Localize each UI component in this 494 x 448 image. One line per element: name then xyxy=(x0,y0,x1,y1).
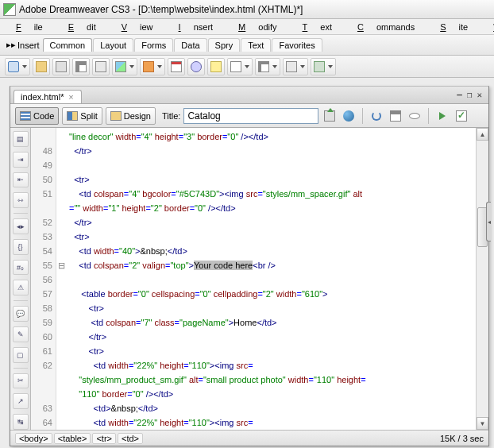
collapse-full-tag-button[interactable]: ⇥ xyxy=(13,152,29,168)
remove-comment-button[interactable]: ✎ xyxy=(13,326,29,342)
app-icon xyxy=(3,3,16,16)
separator xyxy=(362,108,363,124)
move-css-button[interactable]: ↗ xyxy=(13,393,29,409)
tag-crumb[interactable]: <body> xyxy=(15,433,52,444)
div-icon xyxy=(95,61,106,72)
check-icon xyxy=(456,110,467,122)
server-icon xyxy=(191,61,202,72)
insert-head-button[interactable] xyxy=(227,58,253,75)
separator xyxy=(14,368,28,369)
tag-crumb[interactable]: <table> xyxy=(54,433,91,444)
scroll-up-button[interactable]: ▲ xyxy=(477,128,488,141)
panel-flyout-handle[interactable]: ◂ xyxy=(486,202,491,241)
insert-templates-button[interactable] xyxy=(283,58,308,75)
insert-tab-spry[interactable]: Spry xyxy=(208,38,241,52)
status-size: 15K / 3 sec xyxy=(440,434,484,443)
preview-browser-button[interactable] xyxy=(341,108,357,124)
menu-window[interactable]: Window xyxy=(480,21,494,33)
document-tab-label: index.html* xyxy=(21,92,64,102)
code-view-icon xyxy=(20,111,31,121)
refresh-icon xyxy=(372,111,381,121)
menu-bar: File Edit View Insert Modify Text Comman… xyxy=(0,19,494,35)
expand-all-button[interactable]: ⇿ xyxy=(13,192,29,208)
tag-crumb[interactable]: <td> xyxy=(118,433,143,444)
title-bar: Adobe Dreamweaver CS3 - [D:\temp\website… xyxy=(0,0,494,19)
document-tab-bar: index.html* × – ❐ ✕ xyxy=(10,87,488,104)
line-numbers-button[interactable]: #₀ xyxy=(13,260,29,276)
play-icon xyxy=(439,112,446,120)
highlight-invalid-button[interactable]: ⚠ xyxy=(13,280,29,295)
insert-tab-text[interactable]: Text xyxy=(241,38,271,52)
line-number-gutter: 48495051 5253545556575859606162 6364 xyxy=(31,128,56,430)
insert-date-button[interactable] xyxy=(168,58,185,75)
insert-tab-favorites[interactable]: Favorites xyxy=(272,38,322,52)
menu-site[interactable]: Site xyxy=(427,21,480,33)
anchor-icon xyxy=(56,61,67,72)
insert-div-button[interactable] xyxy=(92,58,110,75)
collapse-selection-button[interactable]: ⇤ xyxy=(13,172,29,188)
tag-selector: <body><table><tr><td> xyxy=(15,434,145,443)
document-tab[interactable]: index.html* × xyxy=(14,90,82,103)
tag-crumb[interactable]: <tr> xyxy=(92,433,116,444)
menu-file[interactable]: File xyxy=(3,21,56,33)
code-toolbar: ▤ ⇥ ⇤ ⇿ ◂▸ {} #₀ ⚠ 💬 ✎ ▢ ✂ ↗ ↹ xyxy=(10,128,31,430)
insert-tab-data[interactable]: Data xyxy=(174,38,206,52)
doc-close-button[interactable]: ✕ xyxy=(477,90,482,100)
insert-tab-layout[interactable]: Layout xyxy=(93,38,133,52)
insert-image-button[interactable] xyxy=(112,58,137,75)
select-parent-tag-button[interactable]: ◂▸ xyxy=(13,218,29,234)
insert-script-button[interactable] xyxy=(255,58,280,75)
file-check-button[interactable] xyxy=(322,108,338,124)
insert-comment-button[interactable] xyxy=(207,58,225,75)
separator xyxy=(14,213,28,214)
doc-minimize-button[interactable]: – xyxy=(457,90,462,100)
insert-label[interactable]: ▸▸Insert xyxy=(3,40,43,50)
document-toolbar: Code Split Design Title: xyxy=(10,104,488,128)
code-fold-column[interactable]: ⊟ xyxy=(56,128,66,430)
document-window: index.html* × – ❐ ✕ Code Split Design Ti… xyxy=(10,86,489,446)
comment-icon xyxy=(210,61,222,72)
view-options-button[interactable] xyxy=(388,108,403,124)
insert-hyperlink-button[interactable] xyxy=(5,58,30,75)
insert-tab-forms[interactable]: Forms xyxy=(134,38,173,52)
calendar-icon xyxy=(171,61,182,72)
apply-comment-button[interactable]: 💬 xyxy=(13,306,29,322)
wrap-tag-button[interactable]: ▢ xyxy=(13,347,29,363)
insert-server-button[interactable] xyxy=(187,58,205,75)
insert-email-button[interactable] xyxy=(33,58,50,75)
insert-bar: ▸▸Insert Common Layout Forms Data Spry T… xyxy=(0,35,494,56)
insert-anchor-button[interactable] xyxy=(52,58,70,75)
view-code-button[interactable]: Code xyxy=(15,107,59,125)
view-design-button[interactable]: Design xyxy=(106,107,156,125)
insert-tab-common[interactable]: Common xyxy=(43,38,93,52)
insert-tagchooser-button[interactable] xyxy=(311,58,336,75)
validate-button[interactable] xyxy=(434,108,450,124)
insert-table-button[interactable] xyxy=(72,58,90,75)
title-input[interactable] xyxy=(183,108,318,124)
insert-media-button[interactable] xyxy=(140,58,165,75)
view-split-button[interactable]: Split xyxy=(62,107,102,125)
menu-insert[interactable]: Insert xyxy=(166,21,226,33)
refresh-button[interactable] xyxy=(369,108,384,124)
menu-view[interactable]: View xyxy=(109,21,166,33)
menu-commands[interactable]: Commands xyxy=(345,21,427,33)
balance-braces-button[interactable]: {} xyxy=(13,239,29,255)
indent-code-button[interactable]: ↹ xyxy=(13,414,29,430)
page-icon xyxy=(230,61,241,72)
vertical-scrollbar[interactable]: ▲ ▼ xyxy=(476,128,488,430)
menu-modify[interactable]: Modify xyxy=(226,21,289,33)
doc-restore-button[interactable]: ❐ xyxy=(467,90,473,100)
close-icon[interactable]: × xyxy=(67,93,75,101)
menu-text[interactable]: Text xyxy=(290,21,345,33)
status-bar: <body><table><tr><td> 15K / 3 sec xyxy=(10,430,488,446)
code-editor[interactable]: "line decor" width="4" height="3" border… xyxy=(66,128,476,430)
recent-snippets-button[interactable]: ✂ xyxy=(13,373,29,389)
design-view-icon xyxy=(110,111,122,121)
menu-edit[interactable]: Edit xyxy=(56,21,109,33)
visual-aids-button[interactable] xyxy=(407,108,423,124)
check-page-button[interactable] xyxy=(453,108,469,124)
open-documents-button[interactable]: ▤ xyxy=(13,131,29,147)
media-icon xyxy=(143,61,154,72)
scroll-down-button[interactable]: ▼ xyxy=(477,417,488,430)
tag-icon xyxy=(314,61,325,72)
